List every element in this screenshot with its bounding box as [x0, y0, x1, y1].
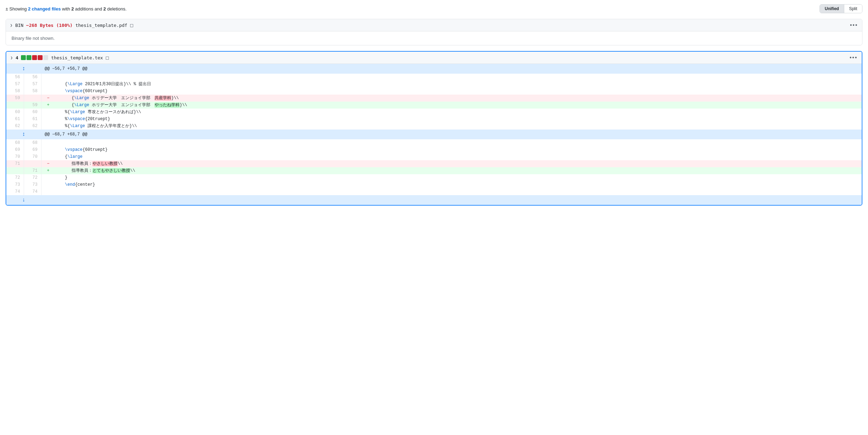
table-row: 74 74 — [6, 188, 862, 195]
table-row: 56 56 — [6, 74, 862, 81]
right-line-num: 60 — [24, 109, 41, 116]
more-menu-tex[interactable]: ••• — [850, 54, 858, 61]
diff-block-red-2 — [38, 55, 43, 60]
line-content: \vspace{60truept} — [41, 88, 862, 95]
table-row: 57 57 {\Large 2021年1月30日提出}\\ % 提出日 — [6, 81, 862, 88]
line-content: %\vspace{20truept} — [41, 116, 862, 123]
left-line-num: 60 — [6, 109, 24, 116]
file-header-tex: ❯ 4 thesis_template.tex □ ••• — [6, 52, 862, 64]
line-content: \vspace{60truept} — [41, 146, 862, 153]
summary-bar: ± Showing 2 changed files with 2 additio… — [6, 4, 862, 13]
expand-icon-mid[interactable]: ↕ — [6, 130, 41, 139]
line-content: {\Large 2021年1月30日提出}\\ % 提出日 — [41, 81, 862, 88]
hunk-expand-top-1[interactable]: ↕️ @@ −56,7 +56,7 @@ — [6, 64, 862, 74]
line-content: {\large — [41, 153, 862, 160]
table-row: 69 69 \vspace{60truept} — [6, 146, 862, 153]
table-row: 59 − {\Large ホリデー大学 エンジョイ学部 共産学科}\\ — [6, 95, 862, 102]
summary-additions: additions — [74, 6, 93, 12]
line-content: + 指導教員：とてもやさしい教授\\ — [41, 167, 862, 174]
copy-icon-pdf[interactable]: □ — [130, 22, 133, 28]
right-line-num: 72 — [24, 174, 41, 181]
expand-icon-top-1[interactable]: ↕️ — [6, 64, 41, 74]
file-block-pdf: ❯ BIN −268 Bytes (100%) thesis_template.… — [6, 19, 862, 45]
left-line-num: 58 — [6, 88, 24, 95]
right-line-num: 59 — [24, 102, 41, 109]
view-buttons: Unified Split — [820, 4, 862, 13]
file1-name: thesis_template.pdf — [75, 23, 127, 28]
file1-label: BIN — [15, 23, 23, 28]
expand-bottom-label — [41, 195, 862, 205]
table-row: 72 72 } — [6, 174, 862, 181]
hunk1-header: @@ −56,7 +56,7 @@ — [41, 64, 862, 74]
line-content: − {\Large ホリデー大学 エンジョイ学部 共産学科}\\ — [41, 95, 862, 102]
right-line-num: 74 — [24, 188, 41, 195]
right-line-num: 71 — [24, 167, 41, 174]
right-line-num — [24, 95, 41, 102]
chevron-icon-pdf[interactable]: ❯ — [10, 23, 13, 28]
page-wrapper: ± Showing 2 changed files with 2 additio… — [0, 0, 868, 215]
right-line-num: 68 — [24, 139, 41, 146]
table-row: 62 62 %{\Large 課程とか入学年度とか}\\ — [6, 123, 862, 130]
left-line-num: 72 — [6, 174, 24, 181]
left-line-num: 62 — [6, 123, 24, 130]
deletions-count: 2 — [103, 6, 106, 12]
diff-block-green-2 — [27, 55, 31, 60]
file-header-left-tex: ❯ 4 thesis_template.tex □ — [10, 55, 109, 60]
copy-icon-tex[interactable]: □ — [106, 55, 108, 60]
right-line-num: 56 — [24, 74, 41, 81]
file-block-tex: ❯ 4 thesis_template.tex □ ••• — [6, 51, 862, 206]
more-menu-pdf[interactable]: ••• — [850, 22, 858, 28]
left-line-num: 59 — [6, 95, 24, 102]
diff-block-green-1 — [21, 55, 26, 60]
additions-count: 2 — [72, 6, 74, 12]
summary-middle: with — [61, 6, 71, 12]
right-line-num: 61 — [24, 116, 41, 123]
summary-deletions: deletions. — [106, 6, 127, 12]
summary-before: Showing — [9, 6, 28, 12]
expand-icon-bottom[interactable]: ↓ — [6, 195, 41, 205]
right-line-num: 70 — [24, 153, 41, 160]
right-line-num: 69 — [24, 146, 41, 153]
right-line-num: 62 — [24, 123, 41, 130]
left-line-num: 71 — [6, 160, 24, 167]
chevron-icon-tex[interactable]: ❯ — [10, 56, 13, 60]
hunk-expand-mid[interactable]: ↕ @@ −68,7 +68,7 @@ — [6, 130, 862, 139]
line-content: + {\Large ホリデー大学 エンジョイ学部 やったね学科}\\ — [41, 102, 862, 109]
changed-files-link[interactable]: 2 changed files — [28, 6, 61, 12]
line-content — [41, 139, 862, 146]
left-line-num: 68 — [6, 139, 24, 146]
summary-and: and — [93, 6, 103, 12]
right-line-num: 57 — [24, 81, 41, 88]
table-row: 58 58 \vspace{60truept} — [6, 88, 862, 95]
file-header-pdf: ❯ BIN −268 Bytes (100%) thesis_template.… — [6, 19, 862, 31]
hunk2-header: @@ −68,7 +68,7 @@ — [41, 130, 862, 139]
line-content: \end{center} — [41, 181, 862, 188]
table-row: 73 73 \end{center} — [6, 181, 862, 188]
table-row: 70 70 {\large — [6, 153, 862, 160]
line-content: %{\Large 課程とか入学年度とか}\\ — [41, 123, 862, 130]
file-header-left-pdf: ❯ BIN −268 Bytes (100%) thesis_template.… — [10, 22, 133, 28]
file2-name: thesis_template.tex — [51, 55, 103, 60]
unified-button[interactable]: Unified — [820, 5, 844, 13]
table-row: 71 + 指導教員：とてもやさしい教授\\ — [6, 167, 862, 174]
file1-stat: −268 Bytes (100%) — [26, 23, 73, 28]
diff-block-red-1 — [32, 55, 37, 60]
left-line-num: 56 — [6, 74, 24, 81]
hunk-expand-bottom[interactable]: ↓ — [6, 195, 862, 205]
left-line-num: 57 — [6, 81, 24, 88]
table-row: 61 61 %\vspace{20truept} — [6, 116, 862, 123]
file2-num: 4 — [16, 55, 18, 60]
prefix-icon: ± — [6, 6, 8, 12]
table-row: 68 68 — [6, 139, 862, 146]
right-line-num: 58 — [24, 88, 41, 95]
right-line-num — [24, 160, 41, 167]
table-row: 59 + {\Large ホリデー大学 エンジョイ学部 やったね学科}\\ — [6, 102, 862, 109]
binary-notice: Binary file not shown. — [6, 31, 862, 45]
line-content: − 指導教員：やさしい教授\\ — [41, 160, 862, 167]
left-line-num: 74 — [6, 188, 24, 195]
left-line-num: 73 — [6, 181, 24, 188]
split-button[interactable]: Split — [844, 5, 862, 13]
right-line-num: 73 — [24, 181, 41, 188]
table-row: 60 60 %{\Large 専攻とかコースがあれば}\\ — [6, 109, 862, 116]
diff-table: ↕️ @@ −56,7 +56,7 @@ 56 56 57 57 {\Large… — [6, 64, 862, 205]
